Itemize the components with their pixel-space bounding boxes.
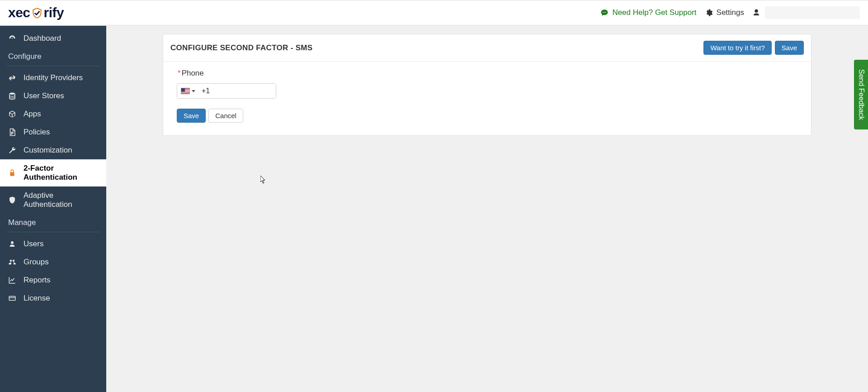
svg-point-3 (9, 93, 15, 95)
user-menu[interactable] (751, 6, 860, 19)
top-bar: xec rify Need Help? Get Support Settings (0, 0, 868, 25)
database-icon (7, 92, 17, 100)
cancel-button[interactable]: Cancel (208, 109, 243, 123)
sidebar-item-adaptive-auth[interactable]: Adaptive Authentication (0, 186, 106, 214)
sidebar-item-label: Reports (24, 276, 51, 285)
sidebar-item-user-stores[interactable]: User Stores (0, 87, 106, 105)
help-link[interactable]: Need Help? Get Support (599, 8, 696, 17)
chevron-down-icon (192, 90, 195, 92)
brand-text-part2: rify (44, 5, 64, 20)
users-icon (7, 258, 17, 266)
phone-field[interactable] (199, 84, 276, 98)
user-name (765, 6, 860, 19)
sidebar-item-label: License (24, 294, 50, 303)
sidebar-item-customization[interactable]: Customization (0, 141, 106, 159)
panel-header: CONFIGURE SECOND FACTOR - SMS Want to tr… (163, 34, 811, 62)
phone-input-group (177, 83, 276, 99)
configure-panel: CONFIGURE SECOND FACTOR - SMS Want to tr… (163, 34, 811, 136)
comment-icon (599, 9, 609, 17)
lock-icon (7, 169, 17, 177)
panel-body: *Phone Save Cancel (163, 62, 811, 135)
sidebar-item-label: Users (24, 239, 43, 249)
user-icon (7, 240, 17, 248)
exchange-icon (7, 74, 17, 82)
svg-point-2 (605, 12, 606, 13)
brand-shield-icon (31, 7, 43, 19)
topbar-right: Need Help? Get Support Settings (599, 6, 860, 19)
brand-text-part1: xec (8, 5, 30, 20)
help-label: Need Help? Get Support (612, 8, 696, 17)
sidebar-section-manage: Manage (0, 214, 106, 230)
sidebar-item-users[interactable]: Users (0, 235, 106, 253)
brand-logo: xec rify (8, 5, 64, 20)
sidebar-item-identity-providers[interactable]: Identity Providers (0, 69, 106, 87)
sidebar-item-apps[interactable]: Apps (0, 105, 106, 123)
required-marker: * (178, 69, 181, 77)
sidebar-item-2fa[interactable]: 2-Factor Authentication (0, 159, 106, 186)
wrench-icon (7, 146, 17, 154)
sidebar-item-label: 2-Factor Authentication (24, 164, 99, 182)
sidebar-divider (6, 232, 100, 232)
send-feedback-tab[interactable]: Send Feedback (854, 60, 868, 129)
panel-header-actions: Want to try it first? Save (703, 41, 804, 55)
user-icon (751, 9, 761, 17)
sidebar-item-label: User Stores (24, 91, 64, 100)
sidebar-item-reports[interactable]: Reports (0, 271, 106, 289)
sidebar-item-label: Groups (24, 258, 49, 267)
shield-icon (7, 196, 17, 204)
sidebar-item-label: Identity Providers (24, 73, 83, 82)
panel-title: CONFIGURE SECOND FACTOR - SMS (170, 43, 312, 53)
settings-link[interactable]: Settings (704, 8, 744, 17)
gear-icon (704, 9, 714, 17)
dashboard-icon (7, 34, 17, 43)
sidebar-item-label: Apps (24, 110, 41, 119)
form-actions: Save Cancel (177, 109, 797, 123)
svg-point-0 (603, 12, 604, 13)
sidebar-item-label: Customization (24, 146, 72, 155)
sidebar-item-policies[interactable]: Policies (0, 123, 106, 141)
svg-rect-4 (9, 296, 15, 301)
phone-label: *Phone (177, 69, 797, 78)
flag-us-icon (181, 88, 190, 94)
sidebar-item-dashboard[interactable]: Dashboard (0, 29, 106, 48)
cube-icon (7, 110, 17, 118)
svg-point-1 (604, 12, 605, 13)
header-save-button[interactable]: Save (775, 41, 804, 55)
sidebar-item-label: Policies (24, 128, 50, 137)
sidebar-item-groups[interactable]: Groups (0, 253, 106, 271)
sidebar: Dashboard Configure Identity Providers U… (0, 26, 106, 392)
save-button[interactable]: Save (177, 109, 206, 123)
country-selector[interactable] (177, 84, 199, 98)
sidebar-section-configure: Configure (0, 48, 106, 64)
try-it-first-button[interactable]: Want to try it first? (703, 41, 771, 55)
card-icon (7, 294, 17, 302)
settings-label: Settings (717, 8, 744, 17)
content-area: CONFIGURE SECOND FACTOR - SMS Want to tr… (106, 26, 868, 392)
phone-label-text: Phone (182, 69, 204, 77)
sidebar-item-label: Adaptive Authentication (24, 191, 99, 209)
sidebar-item-label: Dashboard (24, 34, 61, 43)
sidebar-item-license[interactable]: License (0, 289, 106, 307)
chart-icon (7, 276, 17, 284)
file-icon (7, 128, 17, 136)
sidebar-divider (6, 66, 100, 66)
